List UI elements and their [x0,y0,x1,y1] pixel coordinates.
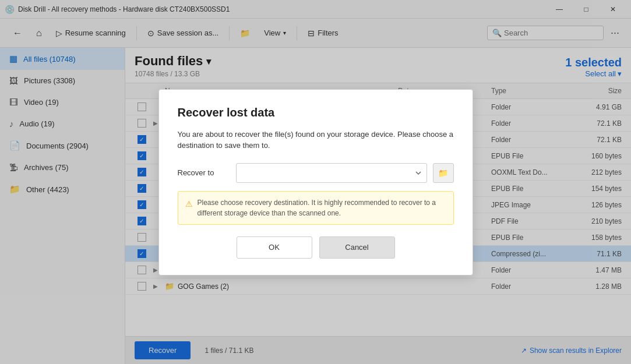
dialog-description: You are about to recover the file(s) fou… [178,129,454,151]
browse-button[interactable]: 📁 [433,163,454,183]
warning-icon: ⚠ [185,198,193,210]
dialog-actions: OK Cancel [178,236,454,259]
recover-to-label: Recover to [178,168,230,177]
recover-to-dropdown[interactable] [236,163,427,183]
modal-overlay: Recover lost data You are about to recov… [0,0,631,364]
recover-dialog: Recover lost data You are about to recov… [158,89,473,275]
recover-to-row: Recover to 📁 [178,163,454,183]
cancel-button[interactable]: Cancel [319,236,395,259]
warning-text: Please choose recovery destination. It i… [198,197,446,218]
warning-box: ⚠ Please choose recovery destination. It… [178,191,454,225]
ok-button[interactable]: OK [237,236,312,259]
dialog-title: Recover lost data [178,106,454,119]
folder-browse-icon: 📁 [438,168,448,178]
